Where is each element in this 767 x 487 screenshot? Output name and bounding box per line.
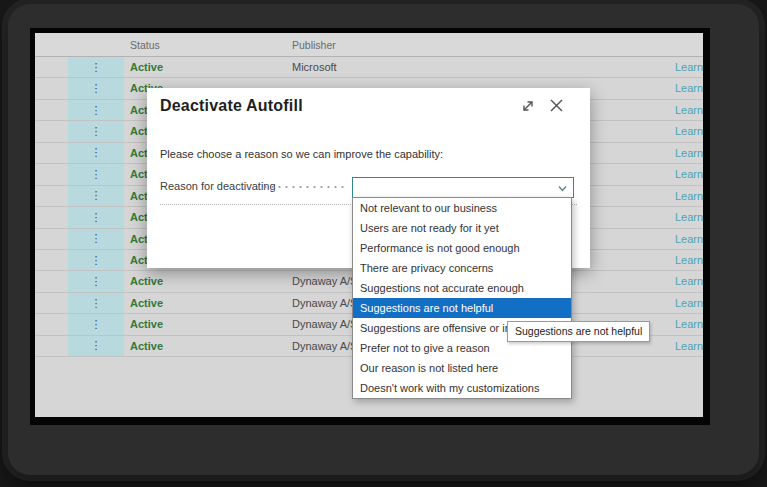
publisher-cell: Dynaway A/S xyxy=(292,297,357,309)
row-ellipsis-cell[interactable]: ⋮ xyxy=(68,293,124,313)
row-ellipsis-cell[interactable]: ⋮ xyxy=(68,100,124,120)
row-ellipsis-cell[interactable]: ⋮ xyxy=(68,229,124,249)
column-header-status: Status xyxy=(130,39,160,51)
learn-link[interactable]: Learn xyxy=(675,61,703,73)
publisher-cell: Dynaway A/S xyxy=(292,275,357,287)
learn-link[interactable]: Learn xyxy=(675,168,703,180)
dropdown-option[interactable]: There are privacy concerns xyxy=(353,258,571,278)
publisher-cell: Dynaway A/S xyxy=(292,340,357,352)
learn-link[interactable]: Learn xyxy=(675,147,703,159)
dialog-title: Deactivate Autofill xyxy=(160,97,303,115)
learn-link[interactable]: Learn xyxy=(675,211,703,223)
status-cell: Active xyxy=(130,297,163,309)
dropdown-option[interactable]: Performance is not good enough xyxy=(353,238,571,258)
reason-combobox[interactable] xyxy=(352,177,574,198)
row-ellipsis-cell[interactable]: ⋮ xyxy=(68,250,124,270)
row-ellipsis-cell[interactable]: ⋮ xyxy=(68,57,124,77)
dropdown-option[interactable]: Not relevant to our business xyxy=(353,198,571,218)
ellipsis-icon: ⋮ xyxy=(91,212,102,223)
column-header-publisher: Publisher xyxy=(292,39,336,51)
screenshot-stage: Status Publisher ⋮ Active Microsoft Lear… xyxy=(0,0,767,487)
tooltip: Suggestions are not helpful xyxy=(507,321,650,342)
row-ellipsis-cell[interactable]: ⋮ xyxy=(68,314,124,334)
row-ellipsis-cell[interactable]: ⋮ xyxy=(68,78,124,98)
close-icon[interactable] xyxy=(548,97,565,114)
row-ellipsis-cell[interactable]: ⋮ xyxy=(68,143,124,163)
learn-link[interactable]: Learn xyxy=(675,275,703,287)
ellipsis-icon: ⋮ xyxy=(91,276,102,287)
learn-link[interactable]: Learn xyxy=(675,297,703,309)
dropdown-option[interactable]: Users are not ready for it yet xyxy=(353,218,571,238)
chevron-down-icon xyxy=(557,183,568,194)
learn-link[interactable]: Learn xyxy=(675,233,703,245)
ellipsis-icon: ⋮ xyxy=(91,83,102,94)
dropdown-option[interactable]: Suggestions are not helpful xyxy=(353,298,571,318)
ellipsis-icon: ⋮ xyxy=(91,126,102,137)
dropdown-list: Not relevant to our businessUsers are no… xyxy=(352,197,572,399)
learn-link[interactable]: Learn xyxy=(675,318,703,330)
ellipsis-icon: ⋮ xyxy=(91,190,102,201)
status-cell: Active xyxy=(130,318,163,330)
row-ellipsis-cell[interactable]: ⋮ xyxy=(68,186,124,206)
ellipsis-icon: ⋮ xyxy=(91,105,102,116)
table-header: Status Publisher xyxy=(35,33,703,57)
row-ellipsis-cell[interactable]: ⋮ xyxy=(68,336,124,356)
row-ellipsis-cell[interactable]: ⋮ xyxy=(68,271,124,291)
ellipsis-icon: ⋮ xyxy=(91,169,102,180)
publisher-cell: Microsoft xyxy=(292,61,337,73)
ellipsis-icon: ⋮ xyxy=(91,255,102,266)
learn-link[interactable]: Learn xyxy=(675,254,703,266)
ellipsis-icon: ⋮ xyxy=(91,298,102,309)
row-ellipsis-cell[interactable]: ⋮ xyxy=(68,164,124,184)
learn-link[interactable]: Learn xyxy=(675,125,703,137)
dotted-leader xyxy=(255,186,345,188)
ellipsis-icon: ⋮ xyxy=(91,233,102,244)
learn-link[interactable]: Learn xyxy=(675,340,703,352)
ellipsis-icon: ⋮ xyxy=(91,319,102,330)
status-cell: Active xyxy=(130,340,163,352)
table-row[interactable]: ⋮ Active Microsoft Learn xyxy=(35,57,703,78)
publisher-cell: Dynaway A/S xyxy=(292,318,357,330)
dropdown-option[interactable]: Doesn't work with my customizations xyxy=(353,378,571,398)
dropdown-option[interactable]: Our reason is not listed here xyxy=(353,358,571,378)
row-ellipsis-cell[interactable]: ⋮ xyxy=(68,121,124,141)
dropdown-option[interactable]: Suggestions not accurate enough xyxy=(353,278,571,298)
learn-link[interactable]: Learn xyxy=(675,82,703,94)
status-cell: Active xyxy=(130,275,163,287)
ellipsis-icon: ⋮ xyxy=(91,62,102,73)
learn-link[interactable]: Learn xyxy=(675,190,703,202)
dialog-message: Please choose a reason so we can improve… xyxy=(160,148,443,160)
learn-link[interactable]: Learn xyxy=(675,104,703,116)
ellipsis-icon: ⋮ xyxy=(91,147,102,158)
ellipsis-icon: ⋮ xyxy=(91,340,102,351)
row-ellipsis-cell[interactable]: ⋮ xyxy=(68,207,124,227)
status-cell: Active xyxy=(130,61,163,73)
expand-icon[interactable] xyxy=(521,99,535,113)
